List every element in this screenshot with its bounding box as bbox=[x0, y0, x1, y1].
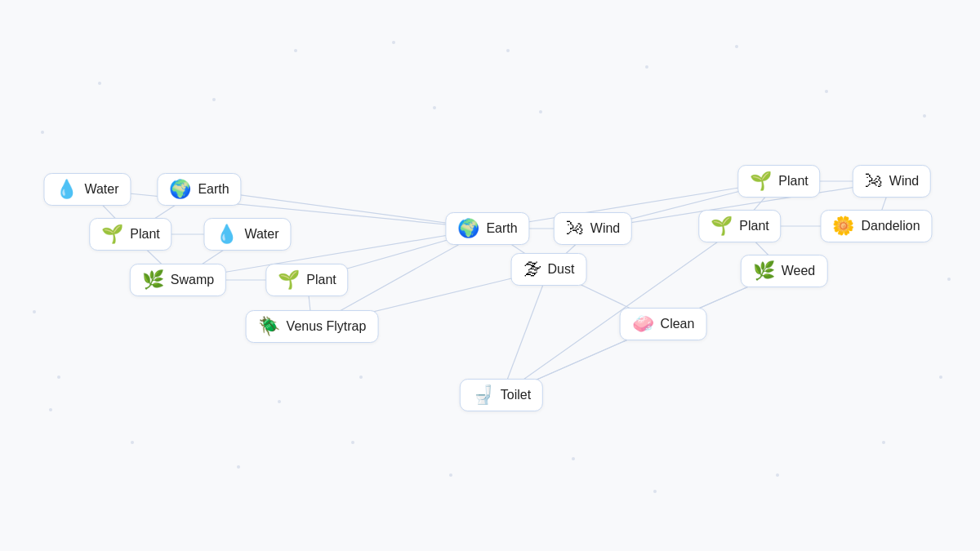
node-icon: 🌱 bbox=[278, 271, 300, 289]
node-dandelion[interactable]: 🌼Dandelion bbox=[820, 210, 932, 242]
node-label: Weed bbox=[782, 264, 816, 278]
node-label: Wind bbox=[889, 174, 919, 189]
node-toilet[interactable]: 🚽Toilet bbox=[460, 379, 543, 411]
node-icon: 🌼 bbox=[832, 217, 854, 235]
background-dot bbox=[506, 49, 510, 52]
node-plant1[interactable]: 🌱Plant bbox=[89, 218, 172, 251]
background-dot bbox=[212, 98, 216, 101]
node-earth2[interactable]: 🌍Earth bbox=[445, 212, 529, 245]
background-dot bbox=[278, 400, 281, 403]
node-icon: 🌱 bbox=[710, 217, 733, 235]
background-dot bbox=[735, 45, 738, 48]
background-dot bbox=[939, 375, 942, 379]
node-icon: 🌍 bbox=[457, 220, 479, 238]
background-dot bbox=[359, 375, 363, 379]
background-dot bbox=[572, 457, 575, 460]
node-label: Swamp bbox=[171, 273, 214, 287]
node-icon: 🧼 bbox=[632, 315, 654, 333]
node-plant4[interactable]: 🌱Plant bbox=[698, 210, 781, 242]
node-label: Plant bbox=[778, 174, 808, 189]
node-label: Earth bbox=[198, 182, 229, 197]
background-dot bbox=[49, 408, 52, 411]
node-icon: 🌫 bbox=[523, 260, 541, 278]
node-label: Plant bbox=[739, 219, 768, 233]
node-icon: 🌿 bbox=[753, 262, 775, 280]
background-dot bbox=[57, 375, 60, 379]
background-dot bbox=[392, 41, 395, 44]
node-icon: 🚽 bbox=[472, 386, 494, 404]
background-dot bbox=[923, 114, 926, 118]
background-dot bbox=[947, 278, 951, 281]
node-icon: 💧 bbox=[56, 180, 78, 198]
node-label: Venus Flytrap bbox=[287, 319, 367, 334]
node-earth1[interactable]: 🌍Earth bbox=[157, 173, 241, 206]
background-dot bbox=[825, 90, 828, 93]
node-label: Plant bbox=[306, 273, 336, 287]
node-label: Water bbox=[244, 227, 278, 242]
node-label: Plant bbox=[130, 227, 159, 242]
node-plant3[interactable]: 🌱Plant bbox=[737, 165, 820, 198]
node-label: Water bbox=[84, 182, 118, 197]
node-venusflytrap[interactable]: 🪲Venus Flytrap bbox=[246, 310, 379, 343]
background-dot bbox=[882, 441, 885, 444]
node-icon: 🌱 bbox=[101, 225, 123, 243]
node-wind1[interactable]: 🌬Wind bbox=[554, 212, 632, 245]
background-dot bbox=[433, 106, 436, 109]
background-dot bbox=[653, 490, 657, 493]
background-dot bbox=[539, 110, 542, 113]
node-swamp[interactable]: 🌿Swamp bbox=[130, 264, 226, 296]
node-wind2[interactable]: 🌬Wind bbox=[853, 165, 931, 198]
node-plant2[interactable]: 🌱Plant bbox=[265, 264, 348, 296]
node-water1[interactable]: 💧Water bbox=[43, 173, 131, 206]
background-dot bbox=[237, 465, 240, 469]
background-dot bbox=[645, 65, 648, 69]
background-dot bbox=[294, 49, 297, 52]
node-label: Toilet bbox=[501, 388, 531, 402]
node-icon: 🌬 bbox=[566, 220, 584, 238]
node-icon: 🌱 bbox=[750, 172, 772, 190]
node-label: Clean bbox=[661, 317, 695, 331]
node-label: Dandelion bbox=[861, 219, 920, 233]
node-icon: 🪲 bbox=[258, 318, 280, 335]
node-label: Wind bbox=[590, 221, 620, 236]
node-water2[interactable]: 💧Water bbox=[203, 218, 291, 251]
background-dot bbox=[98, 82, 101, 85]
background-dot bbox=[449, 473, 452, 477]
node-icon: 🌿 bbox=[142, 271, 164, 289]
background-dot bbox=[351, 441, 354, 444]
background-dot bbox=[131, 441, 134, 444]
node-weed[interactable]: 🌿Weed bbox=[741, 255, 828, 287]
connection-line bbox=[501, 269, 549, 395]
node-dust[interactable]: 🌫Dust bbox=[511, 253, 587, 286]
background-dot bbox=[33, 310, 36, 313]
background-dot bbox=[41, 131, 44, 134]
node-icon: 💧 bbox=[216, 225, 238, 243]
node-icon: 🌬 bbox=[865, 172, 883, 190]
graph-canvas: 💧Water🌍Earth🌱Plant💧Water🌿Swamp🌱Plant🪲Ven… bbox=[0, 0, 980, 551]
node-label: Dust bbox=[548, 262, 575, 277]
background-dot bbox=[776, 473, 779, 477]
node-icon: 🌍 bbox=[169, 180, 191, 198]
node-label: Earth bbox=[486, 221, 517, 236]
node-clean[interactable]: 🧼Clean bbox=[620, 308, 707, 340]
